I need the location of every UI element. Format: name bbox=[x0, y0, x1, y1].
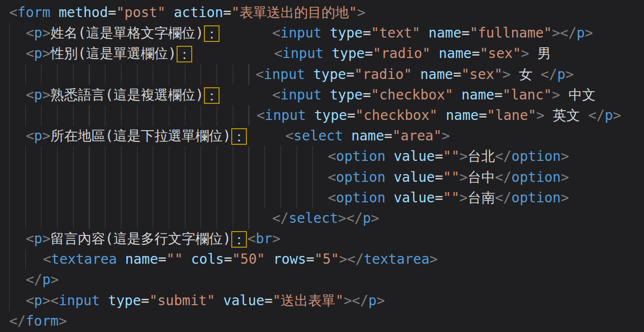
token-s: "sex" bbox=[480, 45, 521, 61]
code-segment: <select name="area"> bbox=[285, 126, 450, 146]
code-segment: <input type="text" name="fullname"></p> bbox=[272, 23, 593, 43]
token-a: type bbox=[313, 66, 346, 82]
code-segment: <input type="radio" name="sex"> 女 </p> bbox=[256, 64, 574, 85]
token-p: > bbox=[613, 107, 621, 123]
token-t: br bbox=[256, 231, 272, 247]
code-editor[interactable]: <form method="post" action="表單送出的目的地"><p… bbox=[0, 0, 644, 332]
token-x bbox=[306, 107, 314, 123]
token-x: 中文 bbox=[560, 87, 596, 103]
token-t: p bbox=[42, 272, 51, 288]
token-p: > bbox=[442, 128, 450, 144]
token-p: > bbox=[585, 25, 593, 41]
token-x bbox=[385, 169, 394, 185]
token-o: = bbox=[435, 169, 443, 185]
token-o: = bbox=[364, 45, 373, 61]
token-t: option bbox=[336, 169, 385, 185]
code-line[interactable]: <p><input type="submit" value="送出表單"></p… bbox=[0, 291, 644, 311]
token-p: </ bbox=[272, 210, 289, 226]
code-line[interactable]: <option value="">台北</option> bbox=[0, 146, 644, 167]
token-p: > bbox=[536, 107, 544, 123]
indent-guides bbox=[9, 167, 313, 188]
indent-guides bbox=[9, 188, 313, 208]
token-a: type bbox=[314, 107, 347, 123]
code-line[interactable]: </p> bbox=[0, 270, 644, 290]
token-a: name bbox=[446, 107, 479, 123]
token-t: input bbox=[281, 25, 322, 41]
code-line[interactable]: <textarea name="" cols="50" rows="5"></t… bbox=[0, 249, 644, 270]
code-line[interactable]: <input type="checkbox" name="lane"> 英文 <… bbox=[0, 105, 644, 126]
code-line[interactable]: <p>所在地區(這是下拉選單欄位)：<select name="area"> bbox=[0, 126, 644, 146]
indent-guides bbox=[9, 229, 10, 249]
token-x bbox=[165, 4, 174, 20]
token-s: "fullname" bbox=[470, 25, 552, 41]
token-p: < bbox=[328, 190, 336, 206]
token-p: < bbox=[328, 148, 336, 164]
token-p: </ bbox=[495, 190, 512, 206]
token-o: = bbox=[264, 293, 273, 309]
code-line[interactable]: <option value="">台中</option> bbox=[0, 167, 644, 188]
token-p: > bbox=[521, 45, 529, 61]
token-o: = bbox=[494, 87, 503, 103]
token-t: form bbox=[18, 4, 50, 20]
token-p: ></ bbox=[343, 293, 368, 309]
token-o: = bbox=[472, 45, 480, 61]
token-p: > bbox=[59, 313, 67, 329]
token-o: = bbox=[223, 4, 231, 20]
token-x bbox=[412, 66, 420, 82]
token-t: p bbox=[557, 66, 565, 82]
token-s: "" bbox=[443, 190, 460, 206]
code-segment: <p>性別(這是單選欄位)： bbox=[26, 43, 193, 64]
token-a: type bbox=[332, 45, 364, 61]
token-o: = bbox=[362, 25, 371, 41]
token-a: value bbox=[223, 293, 264, 309]
token-x bbox=[183, 251, 191, 267]
token-p: > bbox=[42, 128, 51, 144]
code-segment: <p><input type="submit" value="送出表單"></p… bbox=[26, 291, 385, 311]
unicode-highlight-box: ： bbox=[231, 128, 247, 145]
token-x: 性別(這是單選欄位) bbox=[51, 45, 177, 61]
token-a: type bbox=[330, 87, 362, 103]
code-line[interactable]: </form> bbox=[0, 311, 644, 332]
token-s: "lanc" bbox=[503, 87, 552, 103]
token-s: "checkbox" bbox=[355, 107, 438, 123]
token-p: > bbox=[357, 4, 365, 20]
indent-guides bbox=[9, 146, 313, 167]
token-t: p bbox=[34, 45, 42, 61]
code-line[interactable]: </select></p> bbox=[0, 208, 644, 229]
token-t: textarea bbox=[364, 251, 430, 267]
code-line[interactable]: <p>姓名(這是單格文字欄位)：<input type="text" name=… bbox=[0, 23, 644, 43]
token-o: = bbox=[224, 251, 232, 267]
token-p: </ bbox=[26, 272, 42, 288]
code-line[interactable]: <p>熟悉語言(這是複選欄位)：<input type="checkbox" n… bbox=[0, 85, 644, 105]
token-a: name bbox=[428, 25, 461, 41]
token-t: p bbox=[34, 25, 42, 41]
token-s: "5" bbox=[314, 251, 339, 267]
token-x: 台北 bbox=[468, 148, 495, 164]
code-line[interactable]: <p>留言內容(這是多行文字欄位)：<br> bbox=[0, 229, 644, 249]
token-o: = bbox=[362, 87, 371, 103]
token-o: = bbox=[435, 148, 443, 164]
token-x bbox=[50, 4, 59, 20]
token-t: p bbox=[577, 25, 585, 41]
token-t: input bbox=[265, 107, 306, 123]
token-t: option bbox=[336, 148, 385, 164]
token-x: 留言內容(這是多行文字欄位) bbox=[51, 231, 231, 247]
token-p: > bbox=[51, 272, 59, 288]
token-a: rows bbox=[273, 251, 306, 267]
code-line[interactable]: <input type="radio" name="sex"> 女 </p> bbox=[0, 64, 644, 85]
indent-guides bbox=[9, 64, 250, 85]
code-segment: </form> bbox=[9, 311, 67, 332]
indent-guides bbox=[9, 105, 250, 126]
code-segment: <input type="checkbox" name="lane"> 英文 <… bbox=[257, 105, 621, 126]
token-a: value bbox=[394, 169, 435, 185]
token-x: 台中 bbox=[468, 169, 495, 185]
token-s: "" bbox=[443, 148, 460, 164]
token-o: = bbox=[435, 190, 443, 206]
token-p: < bbox=[272, 87, 281, 103]
code-segment: </p> bbox=[26, 270, 59, 290]
code-line[interactable]: <form method="post" action="表單送出的目的地"> bbox=[0, 2, 644, 23]
token-t: p bbox=[34, 231, 42, 247]
code-line[interactable]: <option value="">台南</option> bbox=[0, 188, 644, 208]
code-line[interactable]: <p>性別(這是單選欄位)：<input type="radio" name="… bbox=[0, 43, 644, 64]
token-p: < bbox=[256, 66, 264, 82]
